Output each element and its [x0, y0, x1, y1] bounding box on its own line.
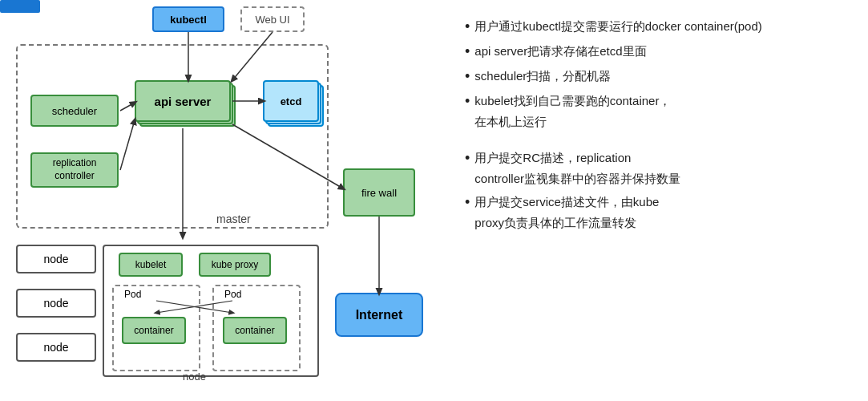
container-label-1: container	[134, 325, 173, 336]
bullet-dot-5: •	[465, 148, 470, 188]
internet-box: Internet	[335, 293, 423, 337]
bullet-text-1: 用户通过kubectl提交需要运行的docker container(pod)	[474, 16, 761, 38]
master-border	[16, 44, 329, 229]
bullet-2: • api server把请求存储在etcd里面	[465, 41, 852, 63]
kubelet-label: kubelet	[135, 259, 167, 270]
kubelet-box: kubelet	[119, 253, 183, 277]
bullet-dot-4: •	[465, 91, 470, 132]
node-label-1: node	[43, 253, 68, 265]
scheduler-box: scheduler	[30, 95, 119, 127]
scheduler-label: scheduler	[52, 105, 97, 117]
bullet-text-4: kubelet找到自己需要跑的container，在本机上运行	[474, 91, 671, 132]
bullet-dot-1: •	[465, 16, 470, 38]
pod-label-right: Pod	[224, 289, 241, 300]
node-box-1: node	[16, 245, 96, 273]
bullet-dot-2: •	[465, 41, 470, 63]
container-box-1: container	[122, 317, 186, 344]
bullet-3: • scheduler扫描，分配机器	[465, 66, 852, 87]
bullet-dot-3: •	[465, 66, 470, 87]
highlight-bar	[0, 0, 40, 13]
big-node-label: node	[183, 371, 206, 383]
node-label-2: node	[43, 297, 68, 310]
bullet-5: • 用户提交RC描述，replicationcontroller监视集群中的容器…	[465, 148, 852, 188]
firewall-box: fire wall	[343, 168, 415, 217]
bullet-4: • kubelet找到自己需要跑的container，在本机上运行	[465, 91, 852, 132]
kubectl-box: kubectl	[152, 6, 224, 32]
bullet-text-3: scheduler扫描，分配机器	[474, 66, 611, 87]
pod-label-left: Pod	[124, 289, 141, 300]
webui-label: Web UI	[255, 14, 289, 26]
kubeproxy-box: kube proxy	[199, 253, 271, 277]
etcd-card-front: etcd	[263, 80, 319, 122]
node-label-3: node	[43, 341, 68, 354]
internet-label: Internet	[356, 308, 403, 322]
diagram-panel: kubectl Web UI master scheduler replicat…	[0, 0, 457, 401]
spacer	[465, 135, 852, 148]
etcd-label: etcd	[281, 95, 302, 107]
api-server-label: api server	[155, 95, 212, 108]
master-label: master	[216, 213, 251, 225]
bullet-6: • 用户提交service描述文件，由kubeproxy负责具体的工作流量转发	[465, 192, 852, 233]
kubeproxy-label: kube proxy	[212, 259, 259, 270]
api-card-front: api server	[135, 80, 231, 122]
bullet-text-6: 用户提交service描述文件，由kubeproxy负责具体的工作流量转发	[474, 192, 659, 233]
container-box-2: container	[223, 317, 287, 344]
node-box-3: node	[16, 333, 96, 362]
bullet-dot-6: •	[465, 192, 470, 233]
container-label-2: container	[235, 325, 274, 336]
bullet-text-2: api server把请求存储在etcd里面	[474, 41, 646, 63]
bullet-text-5: 用户提交RC描述，replicationcontroller监视集群中的容器并保…	[474, 148, 680, 188]
node-box-2: node	[16, 289, 96, 318]
firewall-label: fire wall	[361, 187, 397, 199]
rc-box: replicationcontroller	[30, 152, 119, 188]
kubectl-label: kubectl	[170, 14, 207, 26]
rc-label: replicationcontroller	[53, 157, 97, 182]
webui-box: Web UI	[240, 6, 305, 32]
right-panel: • 用户通过kubectl提交需要运行的docker container(pod…	[457, 0, 868, 401]
bullet-1: • 用户通过kubectl提交需要运行的docker container(pod…	[465, 16, 852, 38]
